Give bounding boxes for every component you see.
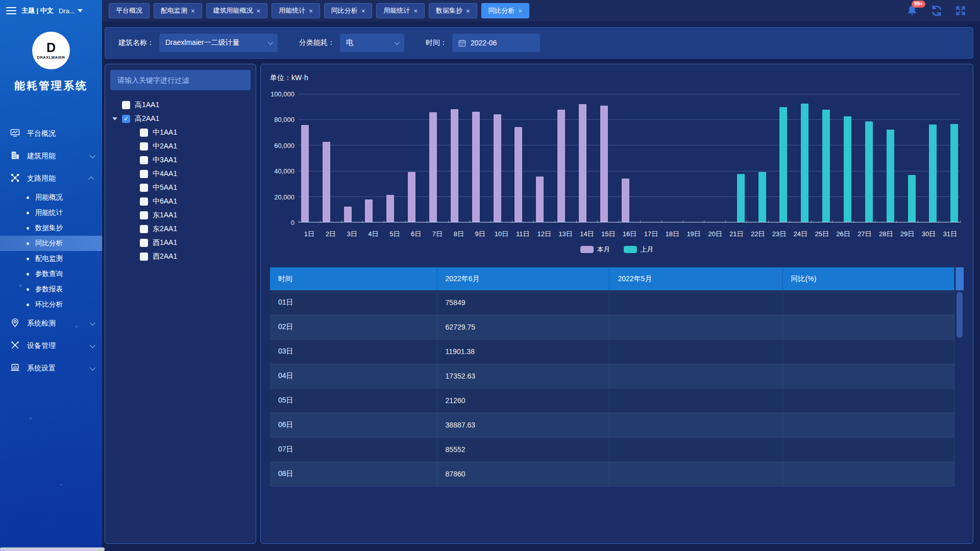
checkbox-中5AA1[interactable] xyxy=(140,184,148,192)
checkbox-中1AA1[interactable] xyxy=(140,129,148,137)
sidebar-subitem-用能统计[interactable]: 用能统计 xyxy=(0,205,102,220)
checkbox-高1AA1[interactable] xyxy=(122,101,130,109)
tab-用能统计-5[interactable]: 用能统计× xyxy=(376,3,425,18)
hamburger-menu-icon[interactable] xyxy=(6,7,16,14)
sidebar-subitem-配电监测[interactable]: 配电监测 xyxy=(0,251,102,266)
sidebar-subitem-数据集抄[interactable]: 数据集抄 xyxy=(0,220,102,236)
tree-node-中6AA1[interactable]: 中6AA1 xyxy=(110,194,251,208)
user-menu[interactable]: Dra... xyxy=(59,7,83,15)
tree-node-高1AA1[interactable]: 高1AA1 xyxy=(110,98,251,112)
tab-平台概况-0[interactable]: 平台概况 xyxy=(109,3,150,18)
tab-同比分析-4[interactable]: 同比分析× xyxy=(324,3,373,18)
energy-type-select[interactable]: 电 xyxy=(340,34,404,52)
brand-logo: D DRAXLMAIER 能耗管理系统 xyxy=(0,32,102,93)
app-root: 主题 | 中文 Dra... D DRAXLMAIER 能耗管理系统 平台概况建… xyxy=(0,0,980,551)
tab-close-icon[interactable]: × xyxy=(309,8,313,14)
bar-本月-11日 xyxy=(514,127,522,222)
tree-node-高2AA1[interactable]: ✓高2AA1 xyxy=(110,112,251,126)
bar-slot-26日 xyxy=(832,94,854,222)
bar-slot-15日 xyxy=(598,94,619,222)
tree-node-中1AA1[interactable]: 中1AA1 xyxy=(110,126,251,139)
refresh-icon[interactable] xyxy=(930,4,943,17)
building-name-label: 建筑名称： xyxy=(118,38,154,47)
tab-数据集抄-6[interactable]: 数据集抄× xyxy=(429,3,477,18)
legend-item-上月[interactable]: 上月 xyxy=(624,245,654,254)
sidebar-item-系统检测[interactable]: 系统检测 xyxy=(0,312,102,335)
tree-node-东1AA1[interactable]: 东1AA1 xyxy=(110,208,251,222)
checkbox-西1AA1[interactable] xyxy=(140,239,148,247)
x-axis-tick-label: 14日 xyxy=(576,230,598,239)
month-picker[interactable]: 2022-06 xyxy=(452,34,540,52)
bar-slot-10日 xyxy=(491,94,512,222)
sidebar-item-建筑用能[interactable]: 建筑用能 xyxy=(0,145,102,167)
tree-node-西2AA1[interactable]: 西2AA1 xyxy=(110,249,251,263)
table-cell: 08日 xyxy=(270,462,437,486)
tab-同比分析-7[interactable]: 同比分析× xyxy=(481,3,530,18)
tab-建筑用能概况-2[interactable]: 建筑用能概况× xyxy=(206,3,268,18)
legend-item-本月[interactable]: 本月 xyxy=(580,245,610,254)
checkbox-高2AA1[interactable]: ✓ xyxy=(122,115,130,123)
table-cell xyxy=(609,388,782,413)
laptop-chart-icon xyxy=(10,363,20,374)
fullscreen-icon[interactable] xyxy=(954,5,967,17)
tab-close-icon[interactable]: × xyxy=(257,8,261,14)
legend-label: 上月 xyxy=(641,245,654,254)
tree-node-东2AA1[interactable]: 东2AA1 xyxy=(110,222,251,236)
checkbox-东2AA1[interactable] xyxy=(140,225,148,233)
sidebar-item-系统设置[interactable]: 系统设置 xyxy=(0,357,102,380)
submenu-支路用能: 用能概况用能统计数据集抄同比分析配电监测参数查询参数报表环比分析 xyxy=(0,190,102,312)
sidebar-subitem-同比分析[interactable]: 同比分析 xyxy=(0,236,102,251)
sidebar-subitem-用能概况[interactable]: 用能概况 xyxy=(0,190,102,205)
tree-node-label: 东1AA1 xyxy=(153,211,177,220)
table-vertical-scrollbar[interactable] xyxy=(957,292,963,338)
sidebar-item-设备管理[interactable]: 设备管理 xyxy=(0,335,102,357)
checkbox-中6AA1[interactable] xyxy=(140,197,148,206)
bullet-icon xyxy=(27,227,29,230)
x-axis-tick-label: 13日 xyxy=(555,230,576,239)
tree-node-中2AA1[interactable]: 中2AA1 xyxy=(110,139,251,153)
theme-language-label[interactable]: 主题 | 中文 xyxy=(21,6,54,15)
bar-slot-14日 xyxy=(576,94,598,222)
tree-node-中5AA1[interactable]: 中5AA1 xyxy=(110,181,251,194)
tree-node-西1AA1[interactable]: 西1AA1 xyxy=(110,236,251,249)
building-select[interactable]: Draexlmaier一二级计量 xyxy=(159,34,278,52)
tree-node-中4AA1[interactable]: 中4AA1 xyxy=(110,167,251,181)
bar-本月-13日 xyxy=(557,110,565,222)
caret-expanded-icon[interactable] xyxy=(112,117,117,120)
tab-close-icon[interactable]: × xyxy=(361,8,365,14)
user-name-label: Dra... xyxy=(59,7,75,15)
table-scrollbar-gutter xyxy=(955,267,964,290)
tree-node-中3AA1[interactable]: 中3AA1 xyxy=(110,153,251,167)
sidebar-subitem-环比分析[interactable]: 环比分析 xyxy=(0,297,102,312)
tab-close-icon[interactable]: × xyxy=(413,8,418,14)
sidebar-subitem-参数查询[interactable]: 参数查询 xyxy=(0,266,102,282)
checkbox-中4AA1[interactable] xyxy=(140,170,148,178)
tab-label: 平台概况 xyxy=(116,6,142,15)
logo-circle: D DRAXLMAIER xyxy=(32,32,70,69)
notification-bell-icon[interactable]: 99+ xyxy=(905,4,919,17)
column-header-2022年5月: 2022年5月 xyxy=(609,267,782,290)
tab-close-icon[interactable]: × xyxy=(191,8,195,14)
tree-node-label: 东2AA1 xyxy=(153,224,177,234)
chevron-down-icon xyxy=(90,153,95,158)
tab-配电监测-1[interactable]: 配电监测× xyxy=(154,3,202,18)
checkbox-西2AA1[interactable] xyxy=(140,253,148,261)
checkbox-东1AA1[interactable] xyxy=(140,211,148,219)
building-select-value: Draexlmaier一二级计量 xyxy=(165,38,239,47)
table-cell: 06日 xyxy=(270,413,437,437)
tick xyxy=(449,220,470,223)
tree-search-input[interactable] xyxy=(110,70,251,90)
tab-close-icon[interactable]: × xyxy=(519,8,523,14)
sidebar-item-支路用能[interactable]: 支路用能 xyxy=(0,167,102,190)
bar-slot-21日 xyxy=(726,94,747,222)
checkbox-中3AA1[interactable] xyxy=(140,156,148,164)
sidebar-subitem-参数报表[interactable]: 参数报表 xyxy=(0,282,102,297)
checkbox-中2AA1[interactable] xyxy=(140,142,148,151)
x-axis-tick-label: 30日 xyxy=(918,230,939,239)
x-axis-tick-label: 12日 xyxy=(533,230,555,239)
tab-close-icon[interactable]: × xyxy=(466,8,470,14)
tab-用能统计-3[interactable]: 用能统计× xyxy=(272,3,320,18)
sidebar-item-平台概况[interactable]: 平台概况 xyxy=(0,122,102,145)
bar-本月-2日 xyxy=(323,142,330,222)
horizontal-scrollbar[interactable] xyxy=(0,547,105,551)
